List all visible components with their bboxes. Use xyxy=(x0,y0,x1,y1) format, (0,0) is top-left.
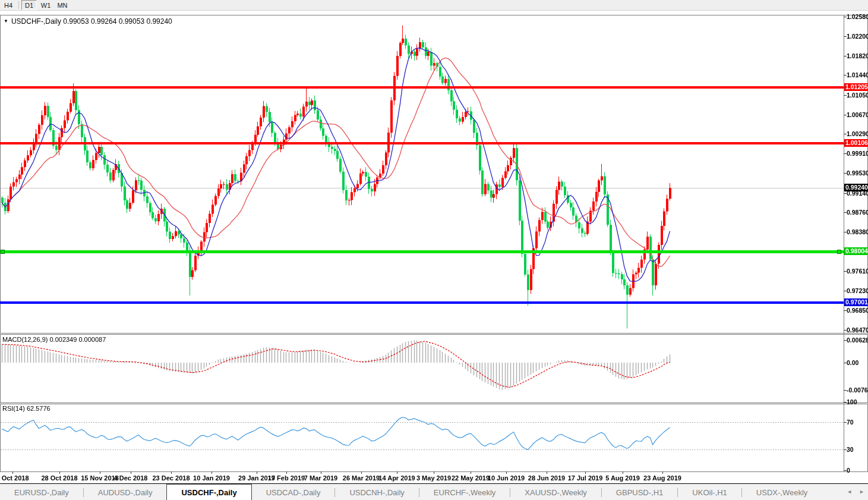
tabs: EURUSD-,DailyAUDUSD-,DailyUSDCHF-,DailyU… xyxy=(0,484,822,500)
date-axis-label: 17 Feb 2019 xyxy=(268,474,305,482)
date-axis-label: 17 Jul 2019 xyxy=(568,474,603,482)
tab-scroll-right-icon[interactable]: ► xyxy=(859,489,864,495)
toolbar-separator xyxy=(18,1,19,9)
timeframe-buttons: H4D1W1MN xyxy=(0,0,71,10)
chart-tab-xauusd-weekly[interactable]: XAUUSD-,Weekly xyxy=(510,485,601,500)
price-scale-label: 1.01050 xyxy=(847,92,868,99)
timeframe-button-w1[interactable]: W1 xyxy=(38,0,53,10)
price-scale-label: 0.99530 xyxy=(847,169,868,177)
price-scale-label: 0.98380 xyxy=(847,228,868,235)
price-scale-label: 1.02200 xyxy=(847,33,868,40)
price-scale-label: 0.96850 xyxy=(847,307,868,314)
chart-tab-usdcad-daily[interactable]: USDCAD-,Daily xyxy=(252,485,335,500)
date-axis-label: 9 Oct 2018 xyxy=(0,474,29,482)
rsi-scale-label: 100 xyxy=(847,398,857,405)
chart-tab-audusd-daily[interactable]: AUDUSD-,Daily xyxy=(84,485,167,500)
chart-tab-usdchf-daily[interactable]: USDCHF-,Daily xyxy=(166,484,251,500)
chart-tab-gbpusd-h1[interactable]: GBPUSD-,H1 xyxy=(602,485,677,500)
date-axis-label: 14 Apr 2019 xyxy=(378,474,415,482)
rsi-scale-label: 0 xyxy=(847,467,850,474)
price-scale-label: 1.00290 xyxy=(847,130,868,137)
date-axis-label: 23 Dec 2018 xyxy=(153,474,190,482)
chevron-down-icon[interactable]: ▼ xyxy=(4,19,8,24)
timeframe-button-h4[interactable]: H4 xyxy=(1,0,16,10)
macd-indicator-label: MACD(12,26,9) 0.002349 0.000087 xyxy=(2,336,106,343)
timeframe-button-d1[interactable]: D1 xyxy=(21,0,37,10)
date-axis-label: 22 May 2019 xyxy=(452,474,490,482)
date-axis-label: 26 Mar 2019 xyxy=(343,474,380,482)
macd-scale-label: -0.00762 xyxy=(847,386,868,394)
trading-platform-window: H4D1W1MN ▼ USDCHF-,Daily 0.99053 0.99264… xyxy=(0,0,868,500)
price-scale-label: 1.01820 xyxy=(847,52,868,59)
chart-tab-eurchf-weekly[interactable]: EURCHF-,Weekly xyxy=(419,485,510,500)
price-level-badge: 1.00106 xyxy=(844,139,868,147)
price-scale-label: 0.97610 xyxy=(847,268,868,275)
chart-tab-eurusd-daily[interactable]: EURUSD-,Daily xyxy=(0,485,83,500)
date-axis-label: 5 Aug 2019 xyxy=(605,474,640,482)
chart-tab-usdcnh-daily[interactable]: USDCNH-,Daily xyxy=(335,485,418,500)
date-axis-label: 28 Oct 2018 xyxy=(41,474,77,482)
date-axis-label: 15 Nov 2018 xyxy=(81,474,119,482)
price-scale-label: 0.97230 xyxy=(847,287,868,294)
tab-scroll-arrows: ◄ ► xyxy=(847,489,864,495)
price-scale-label: 0.98760 xyxy=(847,209,868,216)
price-level-badge: 1.01205 xyxy=(844,83,868,91)
macd-scale-label: 0.00 xyxy=(847,359,858,366)
price-scale-label: 1.01440 xyxy=(847,71,868,78)
rsi-scale-label: 70 xyxy=(847,419,854,426)
chart-tab-bar: EURUSD-,DailyAUDUSD-,DailyUSDCHF-,DailyU… xyxy=(0,483,868,500)
price-level-badge: 0.97001 xyxy=(844,298,868,306)
chart-header: ▼ USDCHF-,Daily 0.99053 0.99264 0.99053 … xyxy=(4,17,172,26)
date-axis-label: 28 Jun 2019 xyxy=(528,474,565,482)
timeframe-toolbar: H4D1W1MN xyxy=(0,0,868,11)
chart-tab-ukoil-h1[interactable]: UKOil-,H1 xyxy=(678,485,741,500)
macd-scale-label: 0.006286 xyxy=(847,337,868,344)
price-scale-label: 1.02580 xyxy=(847,13,868,20)
chart-canvas[interactable] xyxy=(0,0,868,500)
chart-header-ohlc: USDCHF-,Daily 0.99053 0.99264 0.99053 0.… xyxy=(11,17,172,26)
date-axis-label: 7 Mar 2019 xyxy=(304,474,337,482)
chart-tab-usdx-weekly[interactable]: USDX-,Weekly xyxy=(742,485,822,500)
timeframe-button-mn[interactable]: MN xyxy=(55,0,70,10)
price-level-badge: 0.99240 xyxy=(844,184,868,191)
tab-scroll-left-icon[interactable]: ◄ xyxy=(847,489,852,495)
rsi-indicator-label: RSI(14) 62.5776 xyxy=(2,405,50,412)
date-axis-label: 3 May 2019 xyxy=(416,474,451,482)
price-scale-label: 1.00670 xyxy=(847,111,868,118)
date-axis-label: 10 Jan 2019 xyxy=(193,474,230,482)
price-level-badge: 0.98004 xyxy=(844,247,868,255)
price-scale-label: 0.96470 xyxy=(847,326,868,334)
rsi-scale-label: 30 xyxy=(847,446,854,453)
date-axis-label: 23 Aug 2019 xyxy=(643,474,681,482)
date-axis-label: 10 Jun 2019 xyxy=(488,474,525,482)
price-scale-label: 0.99910 xyxy=(847,150,868,157)
date-axis-label: 4 Dec 2018 xyxy=(114,474,148,482)
